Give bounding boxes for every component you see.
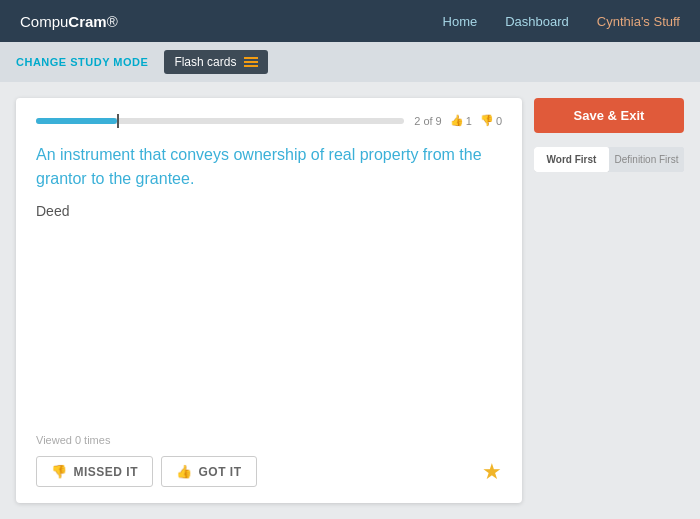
logo-light: Compu	[20, 13, 68, 30]
save-exit-button[interactable]: Save & Exit	[534, 98, 684, 133]
got-it-label: GOT IT	[199, 465, 242, 479]
thumbs-up-btn-icon: 👍	[176, 464, 193, 479]
thumbs-up-indicator: 👍 1	[450, 114, 472, 127]
hamburger-icon[interactable]	[244, 57, 258, 67]
word-first-option[interactable]: Word First	[534, 147, 609, 172]
study-mode-toggle: Word First Definition First	[534, 147, 684, 172]
card-footer: Viewed 0 times 👎 MISSED IT 👍 GOT IT ★	[36, 422, 502, 487]
thumbs-down-icon: 👎	[480, 114, 494, 127]
progress-area: 2 of 9 👍 1 👎 0	[36, 114, 502, 127]
viewed-text: Viewed 0 times	[36, 434, 502, 446]
missed-it-button[interactable]: 👎 MISSED IT	[36, 456, 153, 487]
progress-info: 2 of 9 👍 1 👎 0	[414, 114, 502, 127]
nav-dashboard[interactable]: Dashboard	[505, 14, 569, 29]
card-definition: An instrument that conveys ownership of …	[36, 143, 502, 191]
change-study-mode-label[interactable]: CHANGE STUDY MODE	[16, 56, 148, 68]
card-buttons: 👎 MISSED IT 👍 GOT IT	[36, 456, 257, 487]
favorite-star-icon[interactable]: ★	[482, 459, 502, 485]
progress-bar	[36, 118, 404, 124]
definition-first-option[interactable]: Definition First	[609, 147, 684, 172]
progress-bar-fill	[36, 118, 117, 124]
card-actions: 👎 MISSED IT 👍 GOT IT ★	[36, 456, 502, 487]
header: CompuCram® Home Dashboard Cynthia's Stuf…	[0, 0, 700, 42]
thumbs-up-icon: 👍	[450, 114, 464, 127]
nav-home[interactable]: Home	[443, 14, 478, 29]
progress-marker	[117, 114, 119, 128]
toolbar: CHANGE STUDY MODE Flash cards	[0, 42, 700, 82]
missed-it-label: MISSED IT	[74, 465, 139, 479]
thumbs-down-indicator: 👎 0	[480, 114, 502, 127]
header-nav: Home Dashboard Cynthia's Stuff	[443, 14, 680, 29]
sidebar: Save & Exit Word First Definition First	[534, 98, 684, 503]
flashcard: 2 of 9 👍 1 👎 0 An instrument that convey…	[16, 98, 522, 503]
got-it-button[interactable]: 👍 GOT IT	[161, 456, 257, 487]
card-word: Deed	[36, 203, 502, 219]
main-content: 2 of 9 👍 1 👎 0 An instrument that convey…	[0, 82, 700, 519]
thumbs-up-count: 1	[466, 115, 472, 127]
logo-bold: Cram	[68, 13, 106, 30]
logo-symbol: ®	[107, 13, 118, 30]
thumbs-down-count: 0	[496, 115, 502, 127]
thumbs-down-btn-icon: 👎	[51, 464, 68, 479]
nav-user-stuff[interactable]: Cynthia's Stuff	[597, 14, 680, 29]
logo: CompuCram®	[20, 13, 118, 30]
flashcard-badge-label: Flash cards	[174, 55, 236, 69]
card-body: An instrument that conveys ownership of …	[36, 143, 502, 422]
progress-text: 2 of 9	[414, 115, 442, 127]
flashcard-badge[interactable]: Flash cards	[164, 50, 268, 74]
